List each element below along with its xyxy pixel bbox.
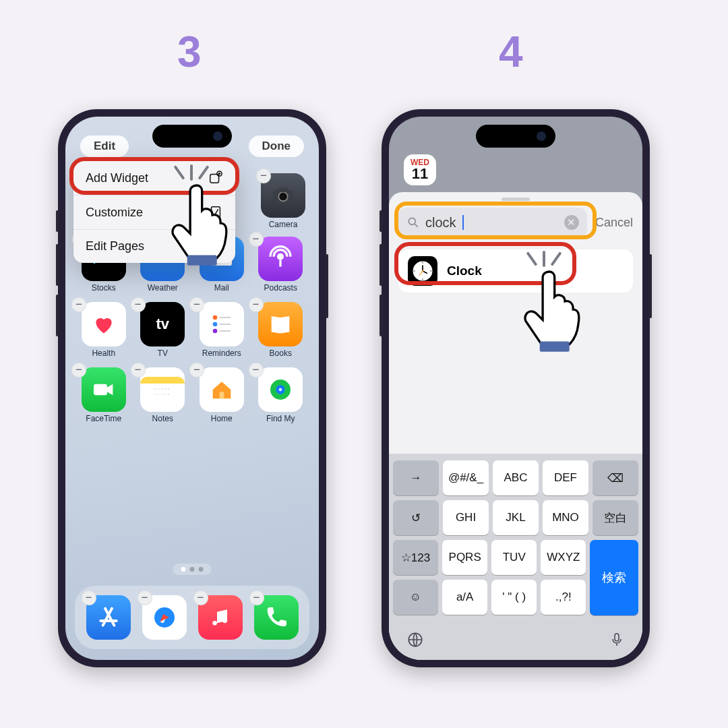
- app-findmy[interactable]: − Find My: [253, 367, 309, 423]
- svg-rect-18: [219, 392, 224, 398]
- screen-step-4: WED 11 clock ✕ Cancel: [389, 117, 642, 660]
- app-podcasts[interactable]: − Podcasts: [253, 237, 309, 293]
- dock-phone[interactable]: −: [254, 595, 299, 640]
- tap-cursor-icon: [520, 264, 594, 356]
- app-label: Weather: [148, 283, 178, 293]
- app-label: Podcasts: [264, 283, 297, 293]
- app-label: Notes: [152, 414, 173, 423]
- page-indicator[interactable]: [173, 564, 212, 575]
- remove-badge-icon[interactable]: −: [71, 297, 86, 312]
- tv-icon: tv: [140, 302, 185, 346]
- step-number-3: 3: [177, 27, 202, 77]
- remove-badge-icon[interactable]: −: [249, 590, 264, 605]
- app-health[interactable]: − Health: [76, 302, 131, 358]
- reminders-icon: [200, 302, 244, 346]
- svg-rect-15: [94, 384, 107, 396]
- svg-point-11: [212, 329, 217, 334]
- key-symbols[interactable]: @#/&_: [443, 460, 489, 495]
- app-notes[interactable]: − Notes: [135, 367, 191, 423]
- remove-badge-icon[interactable]: −: [193, 590, 208, 605]
- remove-badge-icon[interactable]: −: [249, 363, 264, 377]
- cancel-button[interactable]: Cancel: [595, 216, 633, 230]
- remove-badge-icon[interactable]: −: [189, 363, 204, 377]
- svg-rect-35: [615, 634, 619, 641]
- key-case[interactable]: a/A: [442, 580, 487, 615]
- app-label: Mail: [214, 283, 229, 293]
- app-label: Home: [211, 414, 233, 423]
- search-input[interactable]: clock ✕: [398, 208, 587, 237]
- done-button[interactable]: Done: [249, 135, 305, 157]
- day-number: 11: [411, 166, 429, 181]
- app-label: Find My: [266, 414, 295, 423]
- app-label: Books: [270, 348, 292, 358]
- clear-search-button[interactable]: ✕: [564, 215, 579, 230]
- calendar-widget-peek: WED 11: [404, 154, 436, 185]
- key-punct[interactable]: .,?!: [541, 580, 586, 615]
- key-mno[interactable]: MNO: [543, 500, 588, 535]
- dock: − − − −: [75, 586, 309, 649]
- remove-badge-icon[interactable]: −: [249, 297, 264, 312]
- tap-cursor-icon: [167, 178, 241, 270]
- key-space[interactable]: 空白: [593, 500, 638, 535]
- remove-badge-icon[interactable]: −: [189, 297, 204, 312]
- key-wxyz[interactable]: WXYZ: [541, 540, 586, 575]
- app-reminders[interactable]: − Reminders: [194, 302, 249, 358]
- phone-step-4: WED 11 clock ✕ Cancel: [382, 109, 650, 667]
- remove-badge-icon[interactable]: −: [71, 363, 86, 377]
- key-search[interactable]: 検索: [590, 540, 638, 615]
- key-jkl[interactable]: JKL: [493, 500, 539, 535]
- podcasts-icon: [258, 237, 303, 281]
- widget-search-sheet: clock ✕ Cancel: [389, 192, 642, 660]
- key-backspace[interactable]: ⌫: [593, 460, 638, 495]
- remove-badge-icon[interactable]: −: [249, 232, 264, 247]
- svg-point-10: [212, 322, 217, 327]
- remove-badge-icon[interactable]: −: [131, 363, 146, 377]
- key-num-mode[interactable]: ☆123: [393, 540, 438, 575]
- svg-point-21: [279, 388, 282, 391]
- menu-edit-pages-label: Edit Pages: [86, 239, 144, 253]
- app-books[interactable]: − Books: [253, 302, 309, 358]
- step-number-4: 4: [499, 27, 523, 77]
- facetime-icon: [82, 367, 126, 412]
- books-icon: [258, 302, 303, 346]
- svg-point-8: [278, 254, 283, 259]
- app-camera[interactable]: − Camera: [261, 173, 305, 229]
- mic-icon[interactable]: [609, 632, 625, 652]
- remove-badge-icon[interactable]: −: [131, 297, 146, 312]
- health-icon: [82, 302, 126, 346]
- key-abc[interactable]: ABC: [493, 460, 539, 495]
- keyboard: → @#/&_ ABC DEF ⌫ ↺ GHI JKL MNO 空白: [389, 454, 642, 660]
- app-label: FaceTime: [86, 414, 121, 423]
- result-label: Clock: [447, 264, 482, 278]
- phone-step-3: Edit Done Add Widget Customize Edit Page…: [58, 109, 326, 667]
- search-result-clock[interactable]: Clock: [398, 249, 633, 293]
- menu-customize-label: Customize: [86, 206, 143, 220]
- search-value: clock: [425, 215, 456, 231]
- svg-point-9: [212, 315, 217, 320]
- key-quotes[interactable]: ' " ( ): [491, 580, 537, 615]
- key-emoji[interactable]: ☺: [393, 580, 438, 615]
- text-cursor: [462, 215, 464, 230]
- app-label: Camera: [269, 220, 298, 229]
- key-def[interactable]: DEF: [543, 460, 588, 495]
- dock-music[interactable]: −: [198, 595, 243, 640]
- remove-badge-icon[interactable]: −: [138, 590, 152, 605]
- key-tuv[interactable]: TUV: [491, 540, 537, 575]
- edit-button[interactable]: Edit: [80, 135, 129, 157]
- key-next[interactable]: →: [393, 460, 439, 495]
- app-label: Health: [92, 348, 115, 358]
- svg-point-4: [278, 192, 287, 201]
- key-undo[interactable]: ↺: [393, 500, 439, 535]
- app-tv[interactable]: − tv TV: [135, 302, 191, 358]
- app-facetime[interactable]: − FaceTime: [76, 367, 131, 423]
- remove-badge-icon[interactable]: −: [82, 590, 96, 605]
- app-label: TV: [158, 348, 168, 358]
- dock-appstore[interactable]: −: [86, 595, 131, 640]
- remove-badge-icon[interactable]: −: [256, 169, 271, 183]
- app-home[interactable]: − Home: [194, 367, 249, 423]
- key-pqrs[interactable]: PQRS: [442, 540, 487, 575]
- dock-safari[interactable]: −: [142, 595, 187, 640]
- globe-icon[interactable]: [406, 631, 424, 653]
- key-ghi[interactable]: GHI: [443, 500, 489, 535]
- clock-app-icon: [408, 256, 437, 286]
